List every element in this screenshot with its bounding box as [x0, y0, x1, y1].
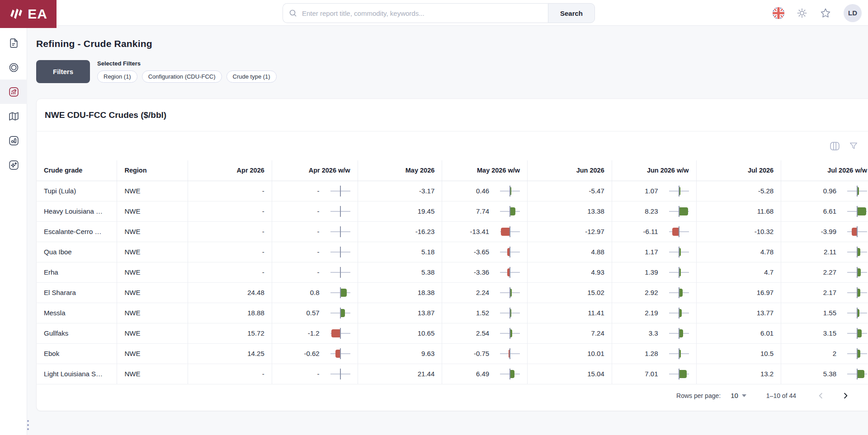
value-cell: 7.24: [528, 323, 612, 343]
ww-value: 1.52: [476, 309, 489, 317]
filter-chip-crude-type[interactable]: Crude type (1): [226, 70, 277, 83]
column-header[interactable]: Jun 2026: [528, 160, 612, 181]
table-row[interactable]: MesslaNWE18.880.5713.871.5211.412.1913.7…: [37, 303, 868, 323]
column-header[interactable]: Jul 2026 w/w: [781, 160, 868, 181]
sidebar-item-ai[interactable]: [0, 153, 27, 177]
table-filter-button[interactable]: [849, 141, 859, 151]
ww-cell: -: [272, 221, 358, 242]
region-cell: NWE: [117, 364, 188, 384]
user-avatar[interactable]: LD: [844, 4, 862, 22]
value-cell: 4.93: [528, 262, 612, 282]
ww-cell: -3.99: [781, 221, 868, 242]
value-cell: 10.65: [358, 323, 442, 343]
value-cell: 18.38: [358, 282, 442, 303]
column-header[interactable]: Region: [117, 160, 188, 181]
value-cell: 15.04: [528, 364, 612, 384]
table-row[interactable]: Escalante-Cerro …NWE---16.23-13.41-12.97…: [37, 221, 868, 242]
table-row[interactable]: EbokNWE14.25-0.629.63-0.7510.011.2810.52: [37, 343, 868, 364]
ww-mini-bar-chart: [669, 344, 689, 364]
next-page-button[interactable]: [839, 389, 852, 402]
crude-grade-cell: Gullfaks: [37, 323, 117, 343]
filters-button[interactable]: Filters: [36, 60, 90, 83]
table-row[interactable]: Tupi (Lula)NWE---3.170.46-5.471.07-5.280…: [37, 181, 868, 201]
value-cell: -: [188, 221, 272, 242]
ww-cell: 2.17: [781, 282, 868, 303]
value-cell: 11.41: [528, 303, 612, 323]
sidebar-item-reports[interactable]: [0, 31, 27, 55]
ww-mini-bar-chart: [669, 364, 689, 384]
sidebar-item-maps[interactable]: [0, 104, 27, 128]
ww-cell: 2.24: [442, 282, 528, 303]
table-row[interactable]: GullfaksNWE15.72-1.210.652.547.243.36.01…: [37, 323, 868, 343]
table-row[interactable]: El ShararaNWE24.480.818.382.2415.022.921…: [37, 282, 868, 303]
column-header[interactable]: May 2026 w/w: [442, 160, 528, 181]
column-header[interactable]: Apr 2026: [188, 160, 272, 181]
sidebar-item-rankings-active[interactable]: [0, 80, 27, 104]
ww-mini-bar-chart: [669, 201, 689, 221]
manage-columns-button[interactable]: [829, 140, 840, 152]
theme-toggle-button[interactable]: [797, 8, 807, 19]
search-input[interactable]: [283, 3, 548, 23]
ww-cell: 5.38: [781, 364, 868, 384]
crude-grade-cell: Qua Iboe: [37, 242, 117, 262]
column-header[interactable]: Apr 2026 w/w: [272, 160, 358, 181]
ww-value: 1.07: [645, 187, 658, 195]
value-cell: 10.01: [528, 343, 612, 364]
table-row[interactable]: ErhaNWE--5.38-3.364.931.394.72.27: [37, 262, 868, 282]
region-cell: NWE: [117, 201, 188, 221]
app-logo[interactable]: EA: [0, 0, 57, 28]
value-cell: 13.38: [528, 201, 612, 221]
value-cell: -16.23: [358, 221, 442, 242]
ww-cell: 0.8: [272, 282, 358, 303]
crude-grade-cell: Escalante-Cerro …: [37, 221, 117, 242]
crude-grade-cell: Messla: [37, 303, 117, 323]
value-cell: 16.97: [696, 282, 781, 303]
ww-mini-bar-chart: [669, 303, 689, 323]
ww-cell: -3.36: [442, 262, 528, 282]
ww-value: 8.23: [645, 207, 658, 215]
table-row[interactable]: Heavy Louisiana …NWE--19.457.7413.388.23…: [37, 201, 868, 221]
ww-value: 0.96: [823, 187, 836, 195]
ww-mini-bar-chart: [847, 303, 867, 323]
previous-page-button[interactable]: [814, 389, 828, 402]
table-row[interactable]: Light Louisiana S…NWE--21.446.4915.047.0…: [37, 364, 868, 384]
sidebar-item-charts[interactable]: [0, 128, 27, 153]
filter-chip-region[interactable]: Region (1): [97, 70, 137, 83]
column-header[interactable]: Crude grade: [37, 160, 117, 181]
ww-value: -: [317, 248, 320, 256]
column-header[interactable]: May 2026: [358, 160, 442, 181]
column-header[interactable]: Jul 2026: [696, 160, 781, 181]
value-cell: 10.5: [696, 343, 781, 364]
chevron-left-icon: [817, 392, 825, 400]
more-options-button[interactable]: [27, 420, 29, 430]
rows-per-page-select[interactable]: 10: [731, 392, 746, 399]
sidebar-item-targets[interactable]: [0, 55, 27, 80]
crude-grade-cell: Erha: [37, 262, 117, 282]
sun-icon: [797, 8, 807, 19]
ww-value: 2.54: [476, 329, 489, 337]
value-cell: 14.25: [188, 343, 272, 364]
table-row[interactable]: Qua IboeNWE--5.18-3.654.881.174.782.11: [37, 242, 868, 262]
selected-filters-label: Selected Filters: [97, 60, 277, 67]
ww-value: 5.38: [823, 370, 836, 378]
favorites-button[interactable]: [820, 7, 831, 19]
ww-value: -3.65: [474, 248, 489, 256]
columns-icon: [829, 140, 840, 152]
ww-cell: -: [272, 242, 358, 262]
ww-mini-bar-chart: [847, 222, 867, 242]
column-header[interactable]: Jun 2026 w/w: [612, 160, 696, 181]
filter-chip-configuration[interactable]: Configuration (CDU-FCC): [142, 70, 222, 83]
ww-cell: 3.3: [612, 323, 696, 343]
language-flag-button[interactable]: [773, 7, 784, 19]
value-cell: 4.7: [696, 262, 781, 282]
ww-mini-bar-chart: [847, 181, 867, 201]
ww-cell: 6.49: [442, 364, 528, 384]
avatar-initials: LD: [844, 4, 862, 22]
search-button[interactable]: Search: [548, 3, 595, 23]
ww-value: -1.2: [308, 329, 320, 337]
value-cell: 13.87: [358, 303, 442, 323]
ww-mini-bar-chart: [330, 181, 350, 201]
pagination-bar: Rows per page: 10 1–10 of 44: [37, 384, 868, 407]
value-cell: 18.88: [188, 303, 272, 323]
chart-trend-icon: [8, 86, 19, 98]
